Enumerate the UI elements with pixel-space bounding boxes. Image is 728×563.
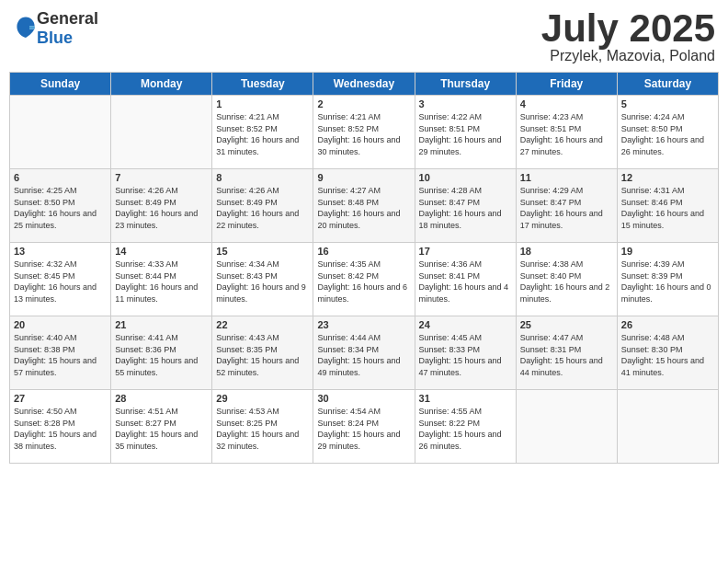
day-number-0-3: 2 [317, 98, 410, 109]
day-info-3-6: Sunrise: 4:48 AM Sunset: 8:30 PM Dayligh… [621, 332, 714, 378]
day-info-2-1: Sunrise: 4:33 AM Sunset: 8:44 PM Dayligh… [115, 259, 208, 304]
day-cell-0-5: 4Sunrise: 4:23 AM Sunset: 8:51 PM Daylig… [516, 96, 617, 169]
header: General Blue July 2025 Przylek, Mazovia,… [9, 9, 719, 64]
day-info-4-3: Sunrise: 4:54 AM Sunset: 8:24 PM Dayligh… [317, 406, 410, 452]
logo-general-text: General [37, 9, 98, 29]
day-number-1-3: 9 [317, 172, 410, 183]
day-cell-0-4: 3Sunrise: 4:22 AM Sunset: 8:51 PM Daylig… [415, 96, 516, 169]
day-number-3-0: 20 [14, 319, 107, 330]
day-info-1-0: Sunrise: 4:25 AM Sunset: 8:50 PM Dayligh… [14, 185, 107, 231]
day-cell-1-1: 7Sunrise: 4:26 AM Sunset: 8:49 PM Daylig… [111, 169, 212, 243]
week-row-4: 27Sunrise: 4:50 AM Sunset: 8:28 PM Dayli… [10, 390, 719, 464]
day-cell-3-0: 20Sunrise: 4:40 AM Sunset: 8:38 PM Dayli… [10, 316, 111, 390]
day-info-3-3: Sunrise: 4:44 AM Sunset: 8:34 PM Dayligh… [317, 332, 410, 378]
day-cell-0-6: 5Sunrise: 4:24 AM Sunset: 8:50 PM Daylig… [617, 96, 718, 169]
week-row-1: 6Sunrise: 4:25 AM Sunset: 8:50 PM Daylig… [10, 169, 719, 243]
header-monday: Monday [111, 73, 212, 96]
day-cell-2-1: 14Sunrise: 4:33 AM Sunset: 8:44 PM Dayli… [111, 243, 212, 316]
day-info-3-1: Sunrise: 4:41 AM Sunset: 8:36 PM Dayligh… [115, 332, 208, 378]
day-number-1-6: 12 [621, 172, 714, 183]
day-number-2-0: 13 [14, 246, 107, 257]
header-wednesday: Wednesday [313, 73, 415, 96]
logo-icon [15, 16, 37, 41]
day-number-1-1: 7 [115, 172, 208, 183]
day-info-3-0: Sunrise: 4:40 AM Sunset: 8:38 PM Dayligh… [14, 332, 107, 378]
day-cell-1-2: 8Sunrise: 4:26 AM Sunset: 8:49 PM Daylig… [212, 169, 313, 243]
day-number-3-2: 22 [216, 319, 309, 330]
week-row-0: 1Sunrise: 4:21 AM Sunset: 8:52 PM Daylig… [10, 96, 719, 169]
day-cell-2-0: 13Sunrise: 4:32 AM Sunset: 8:45 PM Dayli… [10, 243, 111, 316]
day-number-1-5: 11 [520, 172, 613, 183]
day-cell-2-4: 17Sunrise: 4:36 AM Sunset: 8:41 PM Dayli… [415, 243, 516, 316]
week-row-2: 13Sunrise: 4:32 AM Sunset: 8:45 PM Dayli… [10, 243, 719, 316]
calendar-header: Sunday Monday Tuesday Wednesday Thursday… [10, 73, 719, 96]
day-number-1-4: 10 [419, 172, 512, 183]
day-number-3-4: 24 [419, 319, 512, 330]
day-info-0-5: Sunrise: 4:23 AM Sunset: 8:51 PM Dayligh… [520, 111, 613, 157]
day-cell-3-2: 22Sunrise: 4:43 AM Sunset: 8:35 PM Dayli… [212, 316, 313, 390]
logo-blue-text: Blue [37, 29, 98, 48]
day-info-0-2: Sunrise: 4:21 AM Sunset: 8:52 PM Dayligh… [216, 111, 309, 157]
day-number-4-0: 27 [14, 393, 107, 404]
weekday-header-row: Sunday Monday Tuesday Wednesday Thursday… [10, 73, 719, 96]
day-number-1-2: 8 [216, 172, 309, 183]
day-cell-4-2: 29Sunrise: 4:53 AM Sunset: 8:25 PM Dayli… [212, 390, 313, 464]
day-cell-0-1 [111, 96, 212, 169]
day-number-4-4: 31 [419, 393, 512, 404]
day-info-4-1: Sunrise: 4:51 AM Sunset: 8:27 PM Dayligh… [115, 406, 208, 452]
day-cell-1-4: 10Sunrise: 4:28 AM Sunset: 8:47 PM Dayli… [415, 169, 516, 243]
day-number-0-5: 4 [520, 98, 613, 109]
calendar-table: Sunday Monday Tuesday Wednesday Thursday… [9, 72, 719, 464]
day-info-4-4: Sunrise: 4:55 AM Sunset: 8:22 PM Dayligh… [419, 406, 512, 452]
day-number-2-1: 14 [115, 246, 208, 257]
day-cell-4-6 [617, 390, 718, 464]
day-number-4-3: 30 [317, 393, 410, 404]
day-cell-4-4: 31Sunrise: 4:55 AM Sunset: 8:22 PM Dayli… [415, 390, 516, 464]
day-cell-2-2: 15Sunrise: 4:34 AM Sunset: 8:43 PM Dayli… [212, 243, 313, 316]
page: General Blue July 2025 Przylek, Mazovia,… [0, 0, 728, 563]
day-number-2-5: 18 [520, 246, 613, 257]
day-info-1-3: Sunrise: 4:27 AM Sunset: 8:48 PM Dayligh… [317, 185, 410, 231]
day-cell-3-5: 25Sunrise: 4:47 AM Sunset: 8:31 PM Dayli… [516, 316, 617, 390]
logo: General Blue [13, 9, 98, 48]
day-number-3-6: 26 [621, 319, 714, 330]
header-thursday: Thursday [415, 73, 516, 96]
day-cell-4-1: 28Sunrise: 4:51 AM Sunset: 8:27 PM Dayli… [111, 390, 212, 464]
calendar-subtitle: Przylek, Mazovia, Poland [541, 48, 715, 64]
day-info-2-6: Sunrise: 4:39 AM Sunset: 8:39 PM Dayligh… [621, 259, 714, 304]
day-number-2-3: 16 [317, 246, 410, 257]
day-number-0-6: 5 [621, 98, 714, 109]
day-number-2-2: 15 [216, 246, 309, 257]
day-info-0-3: Sunrise: 4:21 AM Sunset: 8:52 PM Dayligh… [317, 111, 410, 157]
header-tuesday: Tuesday [212, 73, 313, 96]
calendar-title: July 2025 [541, 9, 715, 48]
day-info-2-4: Sunrise: 4:36 AM Sunset: 8:41 PM Dayligh… [419, 259, 512, 304]
day-info-0-6: Sunrise: 4:24 AM Sunset: 8:50 PM Dayligh… [621, 111, 714, 157]
day-number-3-1: 21 [115, 319, 208, 330]
day-cell-0-3: 2Sunrise: 4:21 AM Sunset: 8:52 PM Daylig… [313, 96, 415, 169]
day-number-2-6: 19 [621, 246, 714, 257]
day-cell-4-0: 27Sunrise: 4:50 AM Sunset: 8:28 PM Dayli… [10, 390, 111, 464]
day-cell-0-2: 1Sunrise: 4:21 AM Sunset: 8:52 PM Daylig… [212, 96, 313, 169]
day-number-4-2: 29 [216, 393, 309, 404]
day-cell-3-4: 24Sunrise: 4:45 AM Sunset: 8:33 PM Dayli… [415, 316, 516, 390]
day-number-4-1: 28 [115, 393, 208, 404]
day-cell-4-5 [516, 390, 617, 464]
day-info-3-5: Sunrise: 4:47 AM Sunset: 8:31 PM Dayligh… [520, 332, 613, 378]
day-number-3-3: 23 [317, 319, 410, 330]
day-cell-2-5: 18Sunrise: 4:38 AM Sunset: 8:40 PM Dayli… [516, 243, 617, 316]
day-cell-1-3: 9Sunrise: 4:27 AM Sunset: 8:48 PM Daylig… [313, 169, 415, 243]
day-info-2-5: Sunrise: 4:38 AM Sunset: 8:40 PM Dayligh… [520, 259, 613, 304]
day-info-4-2: Sunrise: 4:53 AM Sunset: 8:25 PM Dayligh… [216, 406, 309, 452]
logo-text: General Blue [37, 9, 98, 48]
day-number-2-4: 17 [419, 246, 512, 257]
header-sunday: Sunday [10, 73, 111, 96]
header-saturday: Saturday [617, 73, 718, 96]
day-cell-2-6: 19Sunrise: 4:39 AM Sunset: 8:39 PM Dayli… [617, 243, 718, 316]
day-cell-4-3: 30Sunrise: 4:54 AM Sunset: 8:24 PM Dayli… [313, 390, 415, 464]
title-block: July 2025 Przylek, Mazovia, Poland [541, 9, 715, 64]
day-number-3-5: 25 [520, 319, 613, 330]
day-cell-0-0 [10, 96, 111, 169]
day-info-1-4: Sunrise: 4:28 AM Sunset: 8:47 PM Dayligh… [419, 185, 512, 231]
day-info-0-4: Sunrise: 4:22 AM Sunset: 8:51 PM Dayligh… [419, 111, 512, 157]
